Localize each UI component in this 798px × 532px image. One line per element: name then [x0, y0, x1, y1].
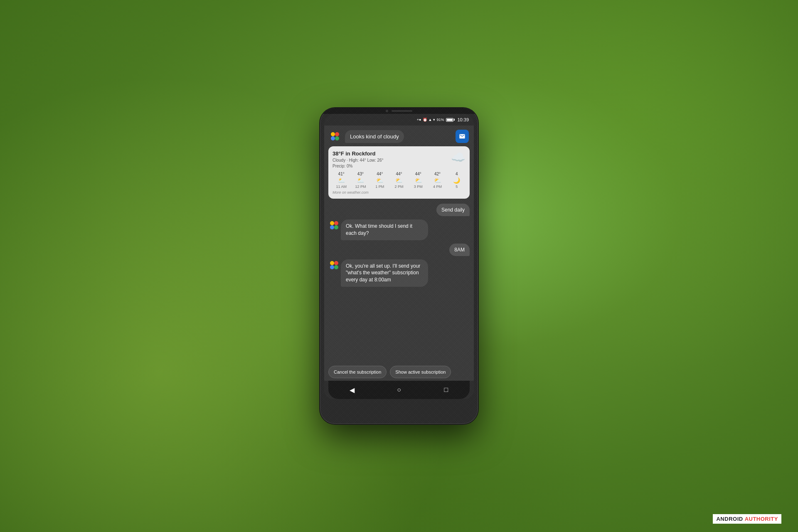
temp-3: 44°: [396, 172, 402, 176]
status-time: 10:39: [457, 117, 469, 122]
weather-subtitle-1: Cloudy · High: 44° Low: 26°: [332, 158, 384, 163]
user-message-2: 8AM: [449, 244, 470, 256]
svg-point-5: [334, 225, 338, 229]
send-icon-button[interactable]: [456, 130, 469, 143]
weather-hour-2: 44° ⛅ 1 PM: [371, 172, 389, 189]
svg-point-1: [335, 136, 339, 140]
icon-3: ⛅: [395, 177, 402, 184]
svg-point-11: [334, 261, 338, 265]
watermark-box: ANDROID AUTHORITY: [713, 514, 781, 524]
home-button[interactable]: ○: [391, 382, 407, 398]
time-2: 1 PM: [375, 185, 384, 189]
assistant-message-1: Ok. What time should I send it each day?: [341, 219, 428, 240]
time-5: 4 PM: [433, 185, 442, 189]
recents-button[interactable]: □: [438, 382, 454, 398]
cancel-subscription-button[interactable]: Cancel the subscription: [328, 366, 387, 378]
action-buttons-row: Cancel the subscription Show active subs…: [324, 363, 474, 381]
assistant-message-1-row: Ok. What time should I send it each day?: [328, 219, 470, 240]
weather-source: More on weather.com: [332, 190, 466, 195]
svg-point-4: [330, 225, 334, 229]
svg-point-9: [334, 265, 338, 269]
icon-6: 🌙: [453, 177, 460, 184]
google-dots-3: [328, 259, 337, 268]
weather-hour-1: 43° 🌥️ 12 PM: [352, 172, 369, 189]
status-bar: +● ⏰ ▲ ▾ 91% 10:39: [324, 114, 474, 126]
weather-subtitle-2: Precip: 0%: [332, 163, 384, 169]
phone-device: +● ⏰ ▲ ▾ 91% 10:39: [320, 108, 478, 424]
time-3: 2 PM: [394, 185, 403, 189]
time-6: 5: [456, 185, 458, 189]
weather-title: 38°F in Rockford: [332, 150, 384, 157]
watermark: ANDROID AUTHORITY: [713, 514, 781, 524]
assistant-message-2: Ok, you're all set up. I'll send your "w…: [341, 259, 428, 287]
time-0: 11 AM: [336, 185, 347, 189]
weather-cloud-icon: ☁️: [451, 150, 466, 164]
greeting-bubble: Looks kind of cloudy: [345, 130, 404, 143]
weather-hour-4: 44° ⛅ 3 PM: [409, 172, 427, 189]
weather-info: 38°F in Rockford Cloudy · High: 44° Low:…: [332, 150, 384, 169]
svg-point-3: [335, 132, 339, 136]
weather-hour-6: 4 🌙 5: [448, 172, 466, 189]
svg-point-0: [331, 136, 335, 140]
time-1: 12 PM: [355, 185, 366, 189]
battery-indicator: [445, 118, 453, 122]
icon-4: ⛅: [415, 177, 422, 184]
alarm-icon: ⏰: [423, 118, 427, 122]
time-4: 3 PM: [414, 185, 423, 189]
svg-point-6: [330, 221, 334, 225]
temp-2: 44°: [377, 172, 383, 176]
speaker-bar: [392, 110, 412, 112]
watermark-authority-text: AUTHORITY: [745, 516, 778, 522]
status-icons: +● ⏰ ▲ ▾ 91% 10:39: [417, 117, 469, 122]
icon-2: ⛅: [376, 177, 383, 184]
weather-card: 38°F in Rockford Cloudy · High: 44° Low:…: [328, 146, 470, 199]
weather-hour-3: 44° ⛅ 2 PM: [390, 172, 408, 189]
greeting-row: Looks kind of cloudy: [324, 126, 474, 146]
icon-1: 🌥️: [357, 177, 364, 184]
back-button[interactable]: ◀: [344, 382, 360, 398]
phone-top-bar: [320, 108, 478, 114]
bluetooth-icon: +●: [417, 118, 421, 122]
camera-dot: [386, 110, 388, 112]
assistant-area: Looks kind of cloudy 38°F in Rockford Cl…: [324, 126, 474, 399]
weather-hour-5: 42° ⛅ 4 PM: [429, 172, 446, 189]
user-message-1: Send daily: [436, 204, 470, 216]
assistant-message-2-row: Ok, you're all set up. I'll send your "w…: [328, 259, 470, 287]
user-message-2-row: 8AM: [328, 244, 470, 256]
phone-scene: +● ⏰ ▲ ▾ 91% 10:39: [254, 37, 544, 495]
weather-hour-0: 41° 🌥️ 11 AM: [332, 172, 350, 189]
svg-point-10: [330, 261, 334, 265]
weather-header: 38°F in Rockford Cloudy · High: 44° Low:…: [332, 150, 466, 169]
temp-6: 4: [456, 172, 458, 176]
svg-point-8: [330, 265, 334, 269]
google-assistant-icon: [329, 131, 341, 142]
show-subscriptions-button[interactable]: Show active subscription: [390, 366, 451, 378]
user-message-1-row: Send daily: [328, 204, 470, 216]
google-dots-2: [328, 219, 337, 229]
svg-point-7: [334, 221, 338, 225]
temp-5: 42°: [434, 172, 441, 176]
signal-icon: ▲: [429, 118, 432, 122]
temp-0: 41°: [338, 172, 345, 176]
icon-5: ⛅: [434, 177, 441, 184]
temp-4: 44°: [415, 172, 421, 176]
battery-percent: 91%: [436, 118, 444, 122]
temp-1: 43°: [357, 172, 364, 176]
icon-0: 🌥️: [338, 177, 345, 184]
navigation-bar: ◀ ○ □: [328, 381, 470, 399]
weather-hourly: 41° 🌥️ 11 AM 43° 🌥️ 12 PM 44° ⛅ 1: [332, 172, 466, 189]
wifi-icon: ▾: [433, 118, 435, 122]
svg-point-2: [331, 132, 335, 136]
watermark-android-text: ANDROID: [716, 516, 743, 522]
chat-area: Send daily Ok. What time shoul: [324, 202, 474, 363]
phone-screen: +● ⏰ ▲ ▾ 91% 10:39: [324, 114, 474, 399]
